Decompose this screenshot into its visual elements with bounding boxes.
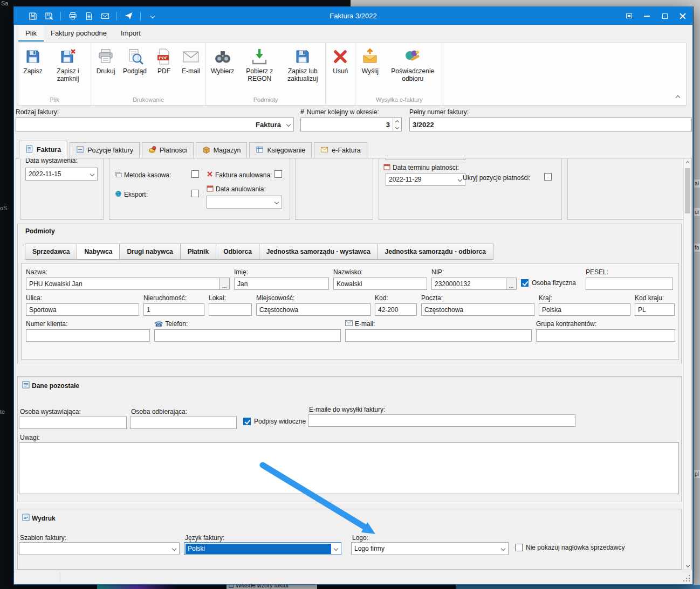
platnosc-groupbox: Data terminu płatności: 2022-11-29 Ukryj… <box>379 158 562 220</box>
metoda-kasowa-checkbox[interactable] <box>191 170 199 178</box>
rodzaj-faktury-select[interactable]: Faktura <box>16 117 294 131</box>
podmiot-tab-js-odbiorca[interactable]: Jednostka samorządu - odbiorca <box>378 244 493 260</box>
nazwisko-input[interactable]: Kowalski <box>333 278 427 290</box>
tab-e-faktura[interactable]: e-Faktura <box>314 142 367 158</box>
ulica-input[interactable]: Sportowa <box>26 303 139 316</box>
kod-input[interactable]: 42-200 <box>375 303 417 316</box>
nip-more-button[interactable]: ... <box>506 278 517 290</box>
resize-grip[interactable] <box>683 575 690 581</box>
poswiadczenie-odbioru-button[interactable]: Poświadczenie odbioru <box>383 44 442 84</box>
osoba-wystawiajaca-input[interactable] <box>19 417 127 429</box>
usun-button[interactable]: Usuń <box>327 44 354 77</box>
spin-up-button[interactable] <box>393 118 401 124</box>
tab-label: Magazyn <box>214 147 241 154</box>
tab-faktura[interactable]: Faktura <box>19 141 67 158</box>
email-button[interactable]: E-mail <box>177 44 204 77</box>
numer-kolejny-spinner[interactable]: 3 <box>300 117 402 131</box>
imie-input[interactable]: Jan <box>234 278 329 290</box>
scroll-down-button[interactable] <box>684 562 691 570</box>
podmiot-tab-odbiorca[interactable]: Odbiorca <box>216 244 259 260</box>
pdf-button[interactable]: PDF PDF <box>150 44 177 77</box>
tab-label: Pozycje faktury <box>87 147 133 154</box>
uwagi-textarea[interactable] <box>19 442 679 494</box>
pesel-input[interactable] <box>586 278 673 290</box>
telefon-input[interactable] <box>154 329 341 342</box>
chevron-down-icon <box>87 168 97 180</box>
faktura-anulowana-checkbox[interactable] <box>274 170 282 178</box>
pobierz-z-regon-button[interactable]: Pobierz z REGON <box>238 44 281 84</box>
tab-platnosci[interactable]: Płatności <box>142 142 194 158</box>
logo-label: Logo: <box>352 534 368 542</box>
grupa-kontrahentow-input[interactable] <box>536 329 675 342</box>
podmiot-tab-js-wystawca[interactable]: Jednostka samorządu - wystawca <box>259 244 378 260</box>
pelny-numer-input[interactable]: 3/2022 <box>409 117 692 131</box>
zapisz-i-zamknij-button[interactable]: Zapisz i zamknij <box>46 44 90 84</box>
zapisz-lub-zaktualizuj-button[interactable]: Zapisz lub zaktualizuj <box>281 44 324 84</box>
data-terminu-select[interactable]: 2022-11-29 <box>386 173 465 186</box>
eksport-checkbox[interactable] <box>191 190 199 197</box>
podpisy-widoczne-checkbox[interactable] <box>243 418 251 425</box>
lokal-input[interactable] <box>209 303 252 316</box>
wybierz-button[interactable]: Wybierz <box>207 44 238 77</box>
tab-pozycje-faktury[interactable]: Pozycje faktury <box>70 142 140 158</box>
vertical-scrollbar[interactable] <box>683 158 691 570</box>
podmiot-tab-nabywca[interactable]: Nabywca <box>77 244 120 260</box>
ribbon-collapse-chevron-icon[interactable] <box>676 93 680 101</box>
podmiot-tab-sprzedawca[interactable]: Sprzedawca <box>25 244 77 260</box>
kod-kraju-input[interactable]: PL <box>635 303 675 316</box>
export-document-icon[interactable] <box>84 11 93 20</box>
maximize-button[interactable] <box>656 7 674 25</box>
spin-down-button[interactable] <box>393 124 401 131</box>
data-anulowania-label: Data anulowania: <box>207 185 266 193</box>
tab-magazyn[interactable]: Magazyn <box>196 142 248 158</box>
szablon-select[interactable] <box>19 542 180 555</box>
email-icon[interactable] <box>100 11 109 20</box>
data-anulowania-select[interactable] <box>207 196 282 209</box>
numer-klienta-input[interactable] <box>26 329 150 342</box>
send-plane-icon[interactable] <box>124 11 133 20</box>
save-icon[interactable] <box>28 11 37 20</box>
nieruchomosc-input[interactable]: 1 <box>143 303 204 316</box>
logo-select[interactable]: Logo firmy <box>351 542 509 555</box>
tab-plik[interactable]: Plik <box>18 25 44 41</box>
podglad-button[interactable]: Podgląd <box>119 44 150 77</box>
miejscowosc-input[interactable]: Częstochowa <box>256 303 370 316</box>
podmiot-tab-platnik[interactable]: Płatnik <box>180 244 216 260</box>
spinner-buttons <box>393 118 401 131</box>
kod-kraju-label: Kod kraju: <box>635 294 675 302</box>
scrollbar-thumb[interactable] <box>685 168 690 213</box>
clipped-combo[interactable] <box>386 158 465 160</box>
button-label: Wybierz <box>211 68 234 75</box>
nip-input[interactable]: 2320000132 <box>431 278 506 290</box>
drukuj-button[interactable]: Drukuj <box>92 44 119 77</box>
ukryj-pozycje-checkbox[interactable] <box>544 173 552 181</box>
scroll-up-button[interactable] <box>684 158 691 167</box>
nazwa-input[interactable]: PHU Kowalski Jan <box>26 278 219 290</box>
jezyk-select[interactable]: Polski <box>184 542 341 555</box>
toolbar-chevron-icon[interactable] <box>148 11 157 20</box>
kraj-input[interactable]: Polska <box>539 303 630 316</box>
tab-faktury-pochodne[interactable]: Faktury pochodne <box>44 25 114 41</box>
podmiot-tab-drugi-nabywca[interactable]: Drugi nabywca <box>119 244 180 260</box>
kod-label: Kod: <box>375 294 417 302</box>
data-wystawienia-select[interactable]: 2022-11-15 <box>25 168 98 181</box>
save-as-icon[interactable] <box>44 11 53 20</box>
email-input[interactable] <box>345 329 532 342</box>
wyslij-button[interactable]: Wyślij <box>356 44 383 77</box>
nazwa-more-button[interactable]: ... <box>219 278 230 290</box>
poczta-input[interactable]: Częstochowa <box>421 303 534 316</box>
emaile-input[interactable] <box>308 414 575 427</box>
nie-pokazuj-checkbox[interactable] <box>515 544 523 551</box>
osoba-odbierajaca-input[interactable] <box>130 417 237 429</box>
calendar-icon <box>383 163 390 172</box>
close-button[interactable] <box>674 7 691 25</box>
jezyk-label: Język faktury: <box>185 534 224 542</box>
layout-icon[interactable] <box>620 7 638 25</box>
tab-import[interactable]: Import <box>114 25 148 41</box>
print-icon[interactable] <box>68 11 77 20</box>
phone-icon: ☎ <box>154 321 163 328</box>
osoba-fizyczna-checkbox[interactable] <box>521 279 529 287</box>
zapisz-button[interactable]: Zapisz <box>19 44 46 77</box>
tab-ksiegowanie[interactable]: Księgowanie <box>249 142 312 158</box>
minimize-button[interactable] <box>638 7 656 25</box>
